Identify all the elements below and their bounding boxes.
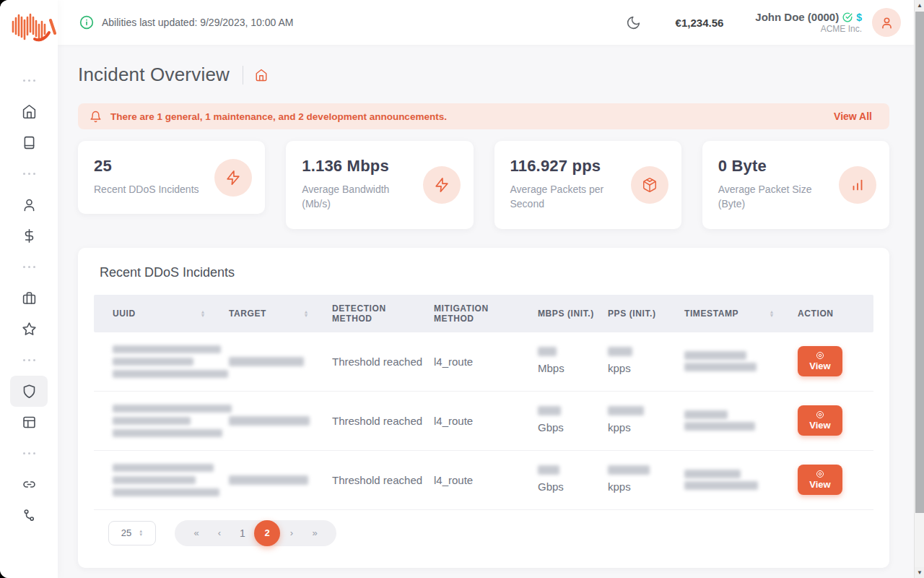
sidebar-item-home[interactable] [10,96,48,127]
view-all-link[interactable]: View All [834,111,872,122]
stat-label: Average Packet Size (Byte) [718,182,829,212]
incidents-panel: Recent DDoS Incidents UUID ▲▼ TARGET ▲▼ … [78,248,889,568]
redacted-uuid [113,345,221,353]
home-icon [255,69,268,82]
cell-pps: kpps [603,338,680,384]
redacted-timestamp [684,410,728,419]
sidebar-item-tables[interactable] [10,407,48,438]
next-page-button[interactable]: › [280,527,303,538]
dollar-badge-icon: $ [856,12,862,23]
abilities-status-text: Abilities last updated: 9/29/2023, 10:00… [102,17,293,28]
cell-mbps: Gbps [533,397,603,444]
user-icon [22,197,37,212]
table-icon [22,415,37,430]
column-header-mitigation: MITIGATION METHOD [430,295,533,332]
cell-mitigation: l4_route [430,464,533,496]
column-header-mbps: MBPS (INIT.) [533,295,603,332]
page-size-value: 25 [121,527,131,538]
redacted-timestamp [684,351,746,360]
breadcrumb-home[interactable] [255,69,268,82]
pps-unit: kpps [608,421,631,434]
redacted-uuid [113,464,214,472]
scrollbar-thumb[interactable] [915,12,924,513]
logo[interactable] [10,10,56,43]
user-name: John Doe (0000) [755,11,839,23]
redacted-value [608,406,644,415]
redacted-value [538,406,561,415]
sidebar-item-ddos-protection[interactable] [10,376,48,407]
stat-card-bandwidth: 1.136 Mbps Average Bandwidth (Mb/s) [286,141,473,229]
stat-label: Average Bandwidth (Mb/s) [302,182,412,212]
view-button[interactable]: View [798,405,842,436]
cell-detection: Threshold reached [328,405,430,437]
redacted-value [608,465,650,475]
redacted-uuid [113,429,222,437]
title-divider [243,66,243,85]
main-content: Incident Overview There are 1 general, 1… [58,45,914,578]
redacted-timestamp [684,363,757,371]
cell-target [225,348,328,375]
sidebar-item-favorites[interactable] [10,314,48,345]
sidebar-item-user[interactable] [10,189,48,220]
page-title: Incident Overview [78,64,230,86]
dark-mode-toggle[interactable] [626,15,641,30]
stat-value: 0 Byte [718,157,829,176]
company-name: ACME Inc. [755,24,862,34]
column-header-target[interactable]: TARGET ▲▼ [225,295,328,332]
sidebar-item-book[interactable] [10,127,48,158]
last-page-button[interactable]: » [303,527,326,538]
view-button[interactable]: View [798,346,842,376]
stat-card-incidents: 25 Recent DDoS Incidents [78,141,265,214]
table-row: Threshold reached l4_route Gbps kpps [94,451,873,510]
page-button-1[interactable]: 1 [231,527,254,539]
cell-pps: kpps [603,397,680,444]
bell-icon [90,111,102,123]
stat-label: Recent DDoS Incidents [94,182,204,197]
avatar[interactable] [872,8,901,37]
scrollbar[interactable]: ▲ ▼ [914,0,924,578]
redacted-uuid [113,488,219,496]
cell-mbps: Gbps [533,457,603,503]
app-window: Abilities last updated: 9/29/2023, 10:00… [0,0,924,578]
cell-pps: kpps [603,457,680,503]
sidebar-item-services[interactable] [10,282,48,314]
eye-icon [816,410,824,419]
topbar: Abilities last updated: 9/29/2023, 10:00… [58,0,914,45]
cell-detection: Threshold reached [328,345,430,378]
pager: « ‹ 1 2 › » [175,520,336,546]
column-header-detection: DETECTION METHOD [328,295,430,332]
cell-action: View [793,456,873,504]
column-header-uuid[interactable]: UUID ▲▼ [94,295,225,332]
scroll-down-arrow-icon[interactable]: ▼ [915,567,924,578]
announcement-text: There are 1 general, 1 maintenance, and … [110,111,447,122]
spinner-icon: ▲▼ [139,530,143,537]
first-page-button[interactable]: « [185,527,208,538]
sidebar-item-billing[interactable] [10,220,48,251]
panel-title: Recent DDoS Incidents [100,265,873,280]
table-row: Threshold reached l4_route Gbps kpps [94,392,873,451]
mbps-unit: Gbps [538,421,564,434]
column-header-timestamp[interactable]: TIMESTAMP ▲▼ [680,295,793,332]
link-icon [22,477,37,492]
moon-icon [626,15,641,30]
page-button-2-active[interactable]: 2 [254,520,280,546]
stat-card-packet-size: 0 Byte Average Packet Size (Byte) [702,141,889,229]
eye-icon [816,351,824,360]
stat-label: Average Packets per Second [510,182,621,212]
sidebar-section-dots [23,158,35,189]
redacted-uuid [113,370,228,378]
sidebar-item-links[interactable] [10,469,48,500]
view-button[interactable]: View [798,465,842,495]
abilities-status: Abilities last updated: 9/29/2023, 10:00… [79,15,293,30]
cell-uuid [94,332,225,391]
prev-page-button[interactable]: ‹ [208,527,231,538]
cell-uuid [94,451,225,509]
user-menu[interactable]: John Doe (0000) $ ACME Inc. [755,11,862,34]
page-size-select[interactable]: 25 ▲▼ [108,521,156,545]
sidebar-item-routing[interactable] [10,500,48,531]
scroll-up-arrow-icon[interactable]: ▲ [915,0,924,11]
cube-icon [642,177,658,193]
account-balance: €1,234.56 [676,17,724,29]
column-header-action: ACTION [793,295,873,332]
stat-card-pps: 116.927 pps Average Packets per Second [494,141,681,229]
